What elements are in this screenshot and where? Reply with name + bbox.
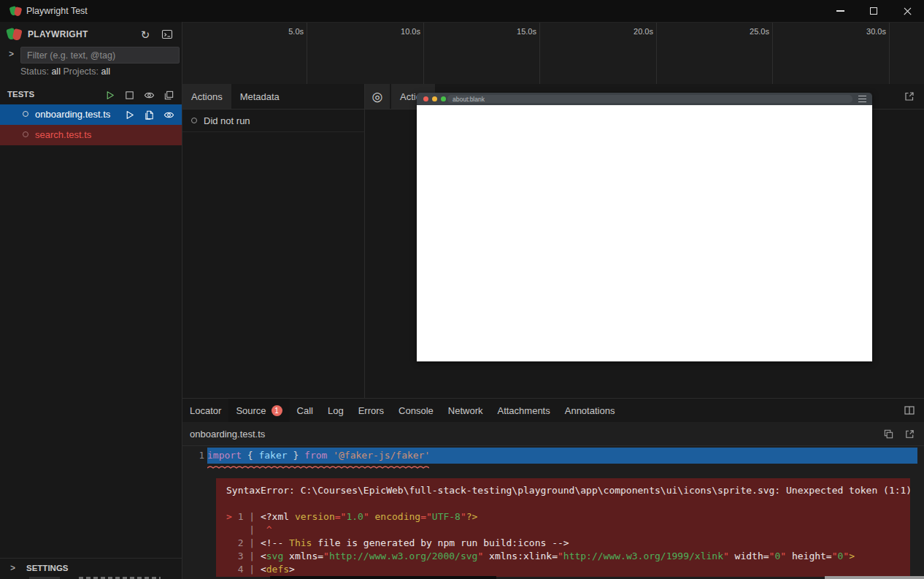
address-bar: about:blank xyxy=(447,95,852,103)
minimize-button[interactable] xyxy=(823,0,857,22)
timeline-strip[interactable]: 5.0s 10.0s 15.0s 20.0s 25.0s 30.0s xyxy=(182,22,924,84)
horizontal-scrollbar-track[interactable] xyxy=(270,576,496,579)
open-in-editor-button[interactable] xyxy=(902,426,917,441)
open-source-button[interactable] xyxy=(142,107,156,122)
split-columns-icon xyxy=(904,404,915,416)
highlighted-code-line: import { faker } from '@faker-js/faker' xyxy=(207,448,917,464)
details-panel: Locator Source 1 Call Log Errors Console… xyxy=(182,398,924,579)
did-not-run-row: Did not run xyxy=(182,110,364,132)
status-value[interactable]: all xyxy=(51,66,61,77)
play-icon xyxy=(104,90,115,101)
status-label: Status: xyxy=(20,66,49,77)
pick-locator-button[interactable]: ◎ xyxy=(365,84,390,109)
timeline-gridline xyxy=(889,23,890,84)
error-frame-line: 4 | <defs> xyxy=(226,563,910,576)
filter-row: > xyxy=(0,45,182,66)
timeline-gridline xyxy=(307,23,307,84)
squiggly-underline xyxy=(207,464,429,470)
playwright-logo-icon xyxy=(10,6,22,17)
horizontal-scrollbar-thumb[interactable] xyxy=(825,576,924,579)
target-icon: ◎ xyxy=(372,89,383,104)
terminal-icon xyxy=(161,28,173,40)
minimize-icon xyxy=(836,10,844,11)
tab-call[interactable]: Call xyxy=(290,399,320,422)
test-file-onboarding[interactable]: onboarding.test.ts xyxy=(0,104,182,125)
settings-chevron-icon: > xyxy=(10,563,15,573)
tests-section-header: TESTS xyxy=(0,85,182,105)
browser-chrome-bar: about:blank xyxy=(417,93,872,105)
browser-snapshot: about:blank xyxy=(417,93,872,361)
tab-locator[interactable]: Locator xyxy=(182,399,228,422)
error-message: SyntaxError: C:\Courses\EpicWeb\full-sta… xyxy=(226,484,910,497)
close-button[interactable] xyxy=(890,0,924,22)
watch-all-button[interactable] xyxy=(142,88,156,102)
traffic-green-icon xyxy=(441,96,446,101)
test-file-name: onboarding.test.ts xyxy=(35,109,110,120)
stacked-squares-icon xyxy=(163,90,174,101)
tab-errors[interactable]: Errors xyxy=(351,399,391,422)
filter-status-line: Status: all Projects: all xyxy=(20,66,110,77)
sidebar-header: PLAYWRIGHT ↻ xyxy=(0,24,182,45)
tab-source[interactable]: Source 1 xyxy=(228,399,289,422)
playwright-masks-icon xyxy=(7,28,22,41)
error-frame-caret-line: | ^ xyxy=(226,524,910,537)
timeline-tick-label: 10.0s xyxy=(401,27,420,36)
tests-header-label: TESTS xyxy=(7,90,34,99)
settings-section-header[interactable]: > SETTINGS xyxy=(0,558,182,577)
timeline-tick-label: 5.0s xyxy=(288,27,304,36)
run-test-button[interactable] xyxy=(122,107,136,122)
status-circle-icon xyxy=(191,118,197,123)
stop-button[interactable] xyxy=(122,88,136,102)
source-code-view: 1 import { faker } from '@faker-js/faker… xyxy=(182,446,924,579)
collapse-all-button[interactable] xyxy=(161,88,176,102)
tab-attachments[interactable]: Attachments xyxy=(490,399,557,422)
traffic-yellow-icon xyxy=(432,96,437,101)
syntax-error-box: SyntaxError: C:\Courses\EpicWeb\full-sta… xyxy=(216,478,910,577)
run-all-button[interactable] xyxy=(102,88,117,102)
main-area: 5.0s 10.0s 15.0s 20.0s 25.0s 30.0s Actio… xyxy=(182,22,924,579)
toggle-output-button[interactable] xyxy=(160,27,174,42)
timeline-tick-label: 25.0s xyxy=(750,27,769,36)
error-frame-line: 2 | <!-- This file is generated by npm r… xyxy=(226,537,910,550)
sidebar: PLAYWRIGHT ↻ > Status: all Projects: all… xyxy=(0,22,182,579)
external-link-icon xyxy=(904,91,915,102)
window-controls xyxy=(823,0,924,22)
traffic-light-icons xyxy=(423,96,446,101)
blank-page-content xyxy=(417,105,872,361)
traffic-red-icon xyxy=(423,96,428,101)
did-not-run-label: Did not run xyxy=(204,115,250,126)
tab-annotations[interactable]: Annotations xyxy=(558,399,623,422)
playwright-trace-viewer-window: Playwright Test PLAYWRIGHT ↻ > Status: a… xyxy=(0,0,924,579)
timeline-gridline xyxy=(539,23,540,84)
timeline-tick-label: 20.0s xyxy=(634,27,653,36)
external-link-icon xyxy=(904,429,915,440)
filter-input[interactable] xyxy=(20,47,180,64)
window-titlebar: Playwright Test xyxy=(0,0,924,22)
eye-icon xyxy=(144,90,155,101)
tab-log[interactable]: Log xyxy=(320,399,351,422)
copy-path-button[interactable] xyxy=(881,426,896,441)
open-snapshot-in-new-window-button[interactable] xyxy=(902,89,917,104)
toggle-split-view-button[interactable] xyxy=(902,403,917,418)
test-file-search[interactable]: search.test.ts xyxy=(0,125,182,145)
reload-tests-button[interactable]: ↻ xyxy=(138,27,153,42)
sidebar-section-title: PLAYWRIGHT xyxy=(28,29,88,39)
copy-icon xyxy=(883,429,894,440)
maximize-icon xyxy=(870,7,877,15)
tab-network[interactable]: Network xyxy=(441,399,490,422)
hamburger-menu-icon xyxy=(858,96,866,102)
maximize-button[interactable] xyxy=(857,0,890,22)
play-icon xyxy=(124,110,135,120)
timeline-gridline xyxy=(772,23,773,84)
tab-actions[interactable]: Actions xyxy=(182,84,231,109)
tab-console[interactable]: Console xyxy=(391,399,441,422)
projects-value[interactable]: all xyxy=(101,66,111,77)
watch-test-button[interactable] xyxy=(161,107,176,122)
tab-source-label: Source xyxy=(236,405,266,416)
filter-expand-chevron-icon[interactable]: > xyxy=(9,49,14,59)
source-line-1[interactable]: 1 import { faker } from '@faker-js/faker… xyxy=(182,448,924,464)
test-status-circle-icon xyxy=(23,111,28,117)
tab-metadata[interactable]: Metadata xyxy=(231,84,288,109)
settings-label: SETTINGS xyxy=(26,564,69,572)
timeline-gridline xyxy=(656,23,657,84)
